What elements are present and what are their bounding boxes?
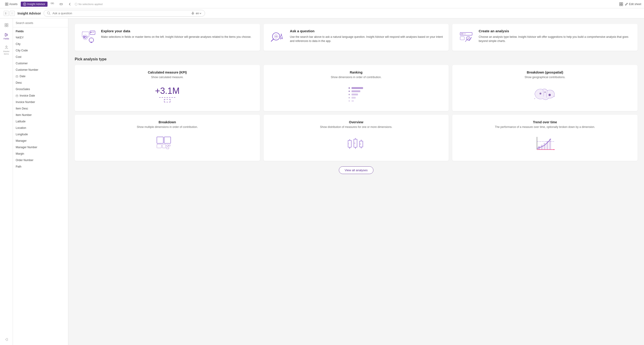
ask-illustration — [269, 29, 286, 46]
sidebar-item-path[interactable]: Path — [13, 163, 68, 170]
sidebar-item-customer-number[interactable]: Customer Number — [13, 67, 68, 73]
calendar-icon — [16, 75, 18, 78]
view-all-container: View all analyses — [75, 166, 638, 174]
sidebar-item-cost[interactable]: Cost — [13, 54, 68, 60]
nav-back[interactable] — [66, 1, 74, 7]
sidebar-item-longitude[interactable]: Longitude — [13, 131, 68, 138]
svg-rect-106 — [544, 143, 546, 150]
kpi-description: Show calculated measure. — [151, 76, 184, 79]
explore-illustration — [80, 29, 97, 46]
overview-description: Show distribution of measures for one or… — [320, 125, 392, 129]
kpi-title: Calculated measure (KPI) — [148, 70, 187, 74]
breakdown-title: Breakdown — [159, 120, 176, 124]
svg-rect-12 — [620, 4, 621, 6]
sidebar-item-manager[interactable]: Manager — [13, 138, 68, 144]
sidebar-item-item-number[interactable]: Item Number — [13, 112, 68, 118]
toggle-panel-dual[interactable] — [10, 11, 15, 16]
trend-title: Trend over time — [533, 120, 557, 124]
edit-sheet-button[interactable]: Edit sheet — [625, 2, 641, 6]
sidebar-item-order-number[interactable]: Order Number — [13, 157, 68, 163]
selections-icon — [75, 3, 78, 5]
trend-chart-icon — [534, 135, 556, 153]
chevron-down-icon — [199, 12, 202, 14]
question-search-bar[interactable]: en — [44, 10, 205, 16]
info-cards-row: Explore your data Make selections in fie… — [75, 24, 638, 51]
view-all-analyses-button[interactable]: View all analyses — [339, 166, 373, 174]
svg-rect-1 — [7, 3, 8, 4]
svg-point-76 — [348, 97, 350, 98]
svg-line-20 — [49, 14, 50, 15]
svg-rect-64 — [461, 33, 463, 34]
icon-panel-grid[interactable] — [0, 21, 13, 29]
svg-rect-24 — [7, 23, 8, 25]
panel-single-icon — [5, 12, 8, 15]
svg-rect-33 — [16, 76, 18, 77]
second-bar: Insight Advisor en — [0, 8, 644, 18]
svg-point-74 — [348, 91, 350, 92]
sidebar-item-key[interactable]: %KEY — [13, 34, 68, 41]
sidebar-search-area[interactable] — [13, 18, 68, 27]
svg-point-9 — [75, 3, 77, 5]
sidebar-item-invoice-number[interactable]: Invoice Number — [13, 99, 68, 105]
sidebar-item-latitude[interactable]: Latitude — [13, 118, 68, 125]
sidebar-item-city-code[interactable]: City Code — [13, 47, 68, 54]
back-icon — [68, 2, 72, 6]
sidebar-search-input[interactable] — [16, 21, 65, 25]
svg-point-81 — [534, 98, 535, 99]
fields-list: %KEY City City Code Cost Customer Custom… — [13, 34, 68, 345]
sidebar-item-gross-sales[interactable]: GrossSales — [13, 86, 68, 92]
svg-rect-83 — [157, 137, 163, 143]
analysis-breakdown-card[interactable]: Breakdown Show multiple dimensions in or… — [75, 115, 260, 161]
analysis-ranking-card[interactable]: Ranking Show dimensions in order of cont… — [264, 65, 449, 111]
toggle-panel-single[interactable] — [4, 11, 9, 16]
icon-panel-fields[interactable]: Fields — [0, 31, 13, 42]
nav-selection-icon-lasso[interactable] — [48, 1, 56, 7]
panel-toggle-buttons — [4, 11, 15, 16]
create-title: Create an analysis — [478, 29, 632, 33]
explore-title: Explore your data — [101, 29, 252, 33]
sidebar-item-city[interactable]: City — [13, 41, 68, 47]
icon-panel-collapse[interactable] — [4, 338, 8, 342]
svg-rect-45 — [92, 32, 94, 33]
sidebar-item-invoice-date[interactable]: Invoice Date — [13, 92, 68, 99]
svg-rect-55 — [85, 36, 85, 38]
nav-selection-icon-rect[interactable] — [57, 1, 65, 7]
analysis-kpi-card[interactable]: Calculated measure (KPI) Show calculated… — [75, 65, 260, 111]
svg-rect-89 — [166, 147, 169, 149]
svg-line-57 — [271, 39, 274, 41]
svg-rect-37 — [16, 95, 18, 97]
ranking-chart-icon — [344, 85, 368, 103]
master-items-icon — [4, 45, 8, 49]
sidebar-item-desc[interactable]: Desc — [13, 79, 68, 86]
svg-point-19 — [47, 12, 50, 14]
nav-assets[interactable]: Assets — [3, 1, 20, 7]
main-content: Explore your data Make selections in fie… — [68, 18, 644, 345]
icon-panel-master-items[interactable]: Master items — [0, 43, 13, 57]
sidebar-item-manager-number[interactable]: Manager Number — [13, 144, 68, 150]
svg-rect-13 — [622, 4, 623, 6]
svg-point-80 — [548, 94, 551, 96]
sidebar-item-margin[interactable]: Margin — [13, 150, 68, 157]
search-icon — [47, 11, 50, 15]
svg-rect-43 — [90, 32, 92, 33]
overview-boxplot-icon — [344, 135, 368, 153]
grid-view-button[interactable] — [619, 2, 623, 6]
nav-insight-advisor[interactable]: Insight Advisor — [21, 1, 48, 7]
sidebar-item-date[interactable]: Date — [13, 73, 68, 79]
svg-marker-110 — [554, 149, 555, 150]
svg-point-77 — [348, 100, 350, 102]
question-input[interactable] — [52, 11, 189, 15]
sidebar-item-item-desc[interactable]: Item Desc — [13, 105, 68, 112]
nav-right: Edit sheet — [619, 2, 641, 6]
analysis-overview-card[interactable]: Overview Show distribution of measures f… — [264, 115, 449, 161]
microphone-icon[interactable] — [191, 12, 194, 15]
analysis-trend-card[interactable]: Trend over time The performance of a mea… — [452, 115, 638, 161]
assets-icon — [5, 2, 8, 6]
sidebar-item-location[interactable]: Location — [13, 125, 68, 131]
sidebar-item-customer[interactable]: Customer — [13, 60, 68, 67]
panel-dual-icon — [11, 12, 14, 15]
nav-left: Assets Insight Advisor — [3, 1, 103, 7]
svg-rect-65 — [460, 37, 464, 40]
language-selector[interactable]: en — [196, 12, 202, 15]
analysis-geo-card[interactable]: Breakdown (geospatial) Show geographical… — [452, 65, 638, 111]
